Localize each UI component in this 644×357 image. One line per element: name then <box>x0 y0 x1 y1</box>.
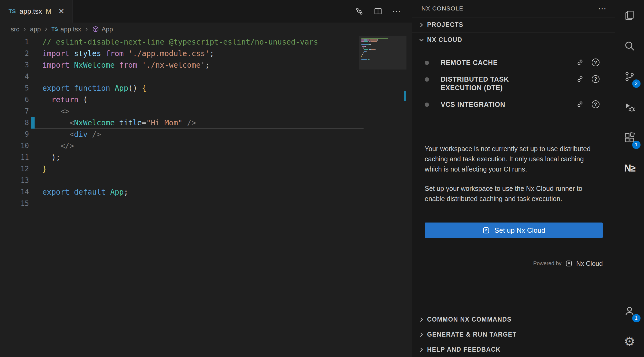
close-icon[interactable]: ✕ <box>58 7 65 16</box>
cloud-feature-list: REMOTE CACHE ? DISTRIBUTED TASK EXECUTIO… <box>412 54 615 113</box>
connect-icon[interactable] <box>576 58 584 67</box>
nx-cloud-feature-item: REMOTE CACHE ? <box>425 54 599 71</box>
gutter-decoration <box>31 36 35 48</box>
typescript-icon: TS <box>51 26 58 32</box>
nx-console-icon: N≥ <box>624 163 635 174</box>
code-line-6[interactable]: 6 return ( <box>0 94 412 105</box>
status-bullet-icon <box>425 103 429 107</box>
extensions-badge: 1 <box>632 141 641 149</box>
gutter-decoration <box>31 152 35 163</box>
activity-search[interactable] <box>615 31 644 61</box>
connect-icon[interactable] <box>576 75 584 83</box>
feature-label: DISTRIBUTED TASK EXECUTION (DTE) <box>441 75 529 92</box>
line-number: 1 <box>0 36 29 48</box>
overview-ruler-modified-mark <box>404 91 406 101</box>
breadcrumb-item-symbol-app[interactable]: App <box>102 26 113 33</box>
code-line-8[interactable]: 8 <NxWelcome title="Hi Mom" /> <box>0 117 412 129</box>
gutter-decoration <box>31 140 35 152</box>
gutter-decoration <box>31 175 35 186</box>
tab-filename: app.tsx <box>20 7 42 16</box>
source-control-badge: 2 <box>632 79 641 88</box>
help-icon[interactable]: ? <box>592 100 599 108</box>
tab-app-tsx[interactable]: TS app.tsx M ✕ <box>0 0 73 23</box>
section-label: PROJECTS <box>427 21 463 28</box>
panel-header: NX CONSOLE ⋯ <box>412 0 615 17</box>
connect-icon[interactable] <box>576 100 584 108</box>
gutter-decoration <box>31 94 35 105</box>
powered-by-brand[interactable]: Nx Cloud <box>576 260 603 267</box>
setup-nx-cloud-button[interactable]: Set up Nx Cloud <box>425 223 603 238</box>
code-line-15[interactable]: 15 <box>0 198 412 209</box>
git-compare-icon[interactable] <box>355 7 364 16</box>
gutter-decoration <box>31 163 35 175</box>
code-line-1[interactable]: 1// eslint-disable-next-line @typescript… <box>0 36 412 48</box>
code-line-3[interactable]: 3import NxWelcome from './nx-welcome'; <box>0 59 412 71</box>
cloud-description-2: Set up your workspace to use the Nx Clou… <box>425 183 603 204</box>
nx-cloud-icon <box>565 260 573 267</box>
code-line-4[interactable]: 4 <box>0 71 412 82</box>
code-lines: 1// eslint-disable-next-line @typescript… <box>0 36 412 209</box>
code-line-5[interactable]: 5export function App() { <box>0 82 412 94</box>
split-editor-icon[interactable] <box>373 7 383 16</box>
help-icon[interactable]: ? <box>592 59 599 66</box>
breadcrumb-item-file[interactable]: app.tsx <box>60 26 81 33</box>
chevron-right-icon <box>84 26 90 32</box>
chevron-right-icon <box>418 331 425 338</box>
feature-label: REMOTE CACHE <box>441 58 498 67</box>
activity-explorer[interactable] <box>615 0 644 31</box>
code-line-2[interactable]: 2import styles from './app.module.css'; <box>0 48 412 59</box>
activity-settings[interactable]: ⚙ <box>615 326 644 357</box>
line-number: 13 <box>0 175 29 186</box>
breadcrumb-item-app-folder[interactable]: app <box>30 26 41 33</box>
code-editor[interactable]: 1// eslint-disable-next-line @typescript… <box>0 36 412 357</box>
help-icon[interactable]: ? <box>592 75 599 83</box>
breadcrumb-item-src[interactable]: src <box>11 26 19 33</box>
activity-extensions[interactable]: 1 <box>615 122 644 153</box>
line-number: 7 <box>0 105 29 117</box>
gutter-modified-indicator <box>31 117 35 129</box>
section-nx-cloud[interactable]: NX CLOUD <box>412 32 615 47</box>
settings-gear-icon: ⚙ <box>624 335 635 348</box>
chevron-right-icon <box>418 346 425 354</box>
line-number: 9 <box>0 129 29 140</box>
activity-source-control[interactable]: 2 <box>615 61 644 92</box>
gutter-decoration <box>31 198 35 209</box>
panel-bottom-sections: COMMON NX COMMANDS GENERATE & RUN TARGET… <box>412 312 615 357</box>
vscode-window: TS app.tsx M ✕ ⋯ src app <box>0 0 644 357</box>
minimap[interactable] <box>361 38 404 61</box>
code-line-7[interactable]: 7 <> <box>0 105 412 117</box>
activity-account[interactable]: 1 <box>615 296 644 326</box>
section-label: GENERATE & RUN TARGET <box>427 331 517 338</box>
nx-cloud-feature-item: DISTRIBUTED TASK EXECUTION (DTE) ? <box>425 71 599 96</box>
line-number: 15 <box>0 198 29 209</box>
code-line-13[interactable]: 13 <box>0 175 412 186</box>
activity-run-and-debug[interactable] <box>615 92 644 122</box>
code-line-11[interactable]: 11 ); <box>0 152 412 163</box>
activity-nx-console[interactable]: N≥ <box>615 153 644 184</box>
section-projects[interactable]: PROJECTS <box>412 17 615 32</box>
code-line-14[interactable]: 14export default App; <box>0 186 412 198</box>
chevron-down-icon <box>418 36 425 44</box>
chevron-right-icon <box>418 21 425 29</box>
section-label: NX CLOUD <box>427 36 462 43</box>
run-and-debug-icon <box>624 101 635 113</box>
section-generate-run-target[interactable]: GENERATE & RUN TARGET <box>412 327 615 342</box>
cloud-description-1: Your workspace is not currently set up t… <box>425 144 603 174</box>
section-help-and-feedback[interactable]: HELP AND FEEDBACK <box>412 342 615 357</box>
more-actions-icon[interactable]: ⋯ <box>392 7 401 16</box>
panel-more-actions-icon[interactable]: ⋯ <box>598 4 606 13</box>
section-label: HELP AND FEEDBACK <box>427 346 501 353</box>
code-line-9[interactable]: 9 <div /> <box>0 129 412 140</box>
line-number: 5 <box>0 82 29 94</box>
powered-by-label: Powered by <box>533 260 562 267</box>
panel-title: NX CONSOLE <box>421 5 463 12</box>
line-number: 3 <box>0 59 29 71</box>
line-number: 4 <box>0 71 29 82</box>
code-line-12[interactable]: 12} <box>0 163 412 175</box>
line-number: 10 <box>0 140 29 152</box>
gutter-decoration <box>31 186 35 198</box>
section-common-nx-commands[interactable]: COMMON NX COMMANDS <box>412 312 615 327</box>
tab-bar: TS app.tsx M ✕ ⋯ <box>0 0 412 23</box>
code-line-10[interactable]: 10 </> <box>0 140 412 152</box>
line-number: 11 <box>0 152 29 163</box>
